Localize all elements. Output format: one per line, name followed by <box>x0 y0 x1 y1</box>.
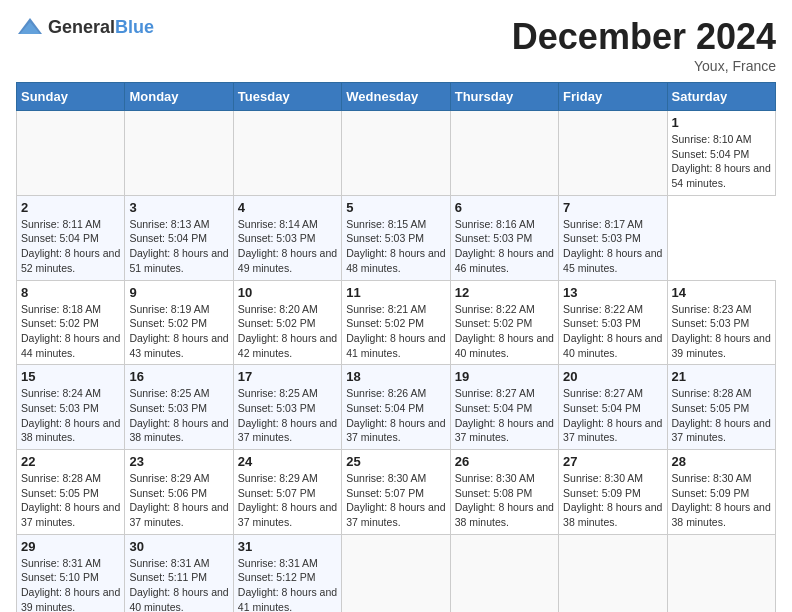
calendar-day-cell <box>667 534 775 612</box>
day-number: 5 <box>346 200 445 215</box>
calendar-day-cell: 17Sunrise: 8:25 AMSunset: 5:03 PMDayligh… <box>233 365 341 450</box>
page-header: GeneralBlue December 2024 Youx, France <box>16 16 776 74</box>
day-info: Sunrise: 8:22 AMSunset: 5:02 PMDaylight:… <box>455 302 554 361</box>
day-info: Sunrise: 8:31 AMSunset: 5:10 PMDaylight:… <box>21 556 120 612</box>
calendar-day-cell: 3Sunrise: 8:13 AMSunset: 5:04 PMDaylight… <box>125 195 233 280</box>
col-monday: Monday <box>125 83 233 111</box>
calendar-day-cell: 9Sunrise: 8:19 AMSunset: 5:02 PMDaylight… <box>125 280 233 365</box>
location-subtitle: Youx, France <box>512 58 776 74</box>
day-info: Sunrise: 8:20 AMSunset: 5:02 PMDaylight:… <box>238 302 337 361</box>
calendar-day-cell: 12Sunrise: 8:22 AMSunset: 5:02 PMDayligh… <box>450 280 558 365</box>
day-number: 11 <box>346 285 445 300</box>
day-number: 9 <box>129 285 228 300</box>
day-info: Sunrise: 8:11 AMSunset: 5:04 PMDaylight:… <box>21 217 120 276</box>
day-info: Sunrise: 8:15 AMSunset: 5:03 PMDaylight:… <box>346 217 445 276</box>
day-number: 23 <box>129 454 228 469</box>
calendar-week-row: 22Sunrise: 8:28 AMSunset: 5:05 PMDayligh… <box>17 450 776 535</box>
day-info: Sunrise: 8:30 AMSunset: 5:07 PMDaylight:… <box>346 471 445 530</box>
day-number: 8 <box>21 285 120 300</box>
day-number: 29 <box>21 539 120 554</box>
day-info: Sunrise: 8:30 AMSunset: 5:09 PMDaylight:… <box>563 471 662 530</box>
col-tuesday: Tuesday <box>233 83 341 111</box>
day-info: Sunrise: 8:26 AMSunset: 5:04 PMDaylight:… <box>346 386 445 445</box>
calendar-day-cell <box>450 111 558 196</box>
calendar-day-cell <box>17 111 125 196</box>
col-thursday: Thursday <box>450 83 558 111</box>
day-number: 4 <box>238 200 337 215</box>
day-info: Sunrise: 8:27 AMSunset: 5:04 PMDaylight:… <box>563 386 662 445</box>
header-row: Sunday Monday Tuesday Wednesday Thursday… <box>17 83 776 111</box>
calendar-day-cell: 30Sunrise: 8:31 AMSunset: 5:11 PMDayligh… <box>125 534 233 612</box>
day-info: Sunrise: 8:27 AMSunset: 5:04 PMDaylight:… <box>455 386 554 445</box>
calendar-day-cell: 20Sunrise: 8:27 AMSunset: 5:04 PMDayligh… <box>559 365 667 450</box>
day-info: Sunrise: 8:14 AMSunset: 5:03 PMDaylight:… <box>238 217 337 276</box>
calendar-day-cell: 21Sunrise: 8:28 AMSunset: 5:05 PMDayligh… <box>667 365 775 450</box>
logo: GeneralBlue <box>16 16 154 38</box>
day-info: Sunrise: 8:23 AMSunset: 5:03 PMDaylight:… <box>672 302 771 361</box>
day-info: Sunrise: 8:28 AMSunset: 5:05 PMDaylight:… <box>672 386 771 445</box>
calendar-day-cell: 28Sunrise: 8:30 AMSunset: 5:09 PMDayligh… <box>667 450 775 535</box>
day-number: 31 <box>238 539 337 554</box>
calendar-week-row: 29Sunrise: 8:31 AMSunset: 5:10 PMDayligh… <box>17 534 776 612</box>
col-friday: Friday <box>559 83 667 111</box>
day-info: Sunrise: 8:24 AMSunset: 5:03 PMDaylight:… <box>21 386 120 445</box>
col-wednesday: Wednesday <box>342 83 450 111</box>
calendar-week-row: 1Sunrise: 8:10 AMSunset: 5:04 PMDaylight… <box>17 111 776 196</box>
calendar-day-cell <box>559 111 667 196</box>
calendar-day-cell: 25Sunrise: 8:30 AMSunset: 5:07 PMDayligh… <box>342 450 450 535</box>
day-number: 1 <box>672 115 771 130</box>
day-info: Sunrise: 8:25 AMSunset: 5:03 PMDaylight:… <box>238 386 337 445</box>
calendar-day-cell: 14Sunrise: 8:23 AMSunset: 5:03 PMDayligh… <box>667 280 775 365</box>
day-number: 18 <box>346 369 445 384</box>
day-info: Sunrise: 8:10 AMSunset: 5:04 PMDaylight:… <box>672 132 771 191</box>
calendar-day-cell: 11Sunrise: 8:21 AMSunset: 5:02 PMDayligh… <box>342 280 450 365</box>
calendar-day-cell: 1Sunrise: 8:10 AMSunset: 5:04 PMDaylight… <box>667 111 775 196</box>
day-info: Sunrise: 8:30 AMSunset: 5:09 PMDaylight:… <box>672 471 771 530</box>
day-number: 17 <box>238 369 337 384</box>
calendar-day-cell: 10Sunrise: 8:20 AMSunset: 5:02 PMDayligh… <box>233 280 341 365</box>
calendar-day-cell: 26Sunrise: 8:30 AMSunset: 5:08 PMDayligh… <box>450 450 558 535</box>
day-number: 16 <box>129 369 228 384</box>
calendar-day-cell: 31Sunrise: 8:31 AMSunset: 5:12 PMDayligh… <box>233 534 341 612</box>
day-info: Sunrise: 8:22 AMSunset: 5:03 PMDaylight:… <box>563 302 662 361</box>
day-info: Sunrise: 8:19 AMSunset: 5:02 PMDaylight:… <box>129 302 228 361</box>
calendar-day-cell <box>450 534 558 612</box>
day-info: Sunrise: 8:25 AMSunset: 5:03 PMDaylight:… <box>129 386 228 445</box>
logo-icon <box>16 16 44 38</box>
day-info: Sunrise: 8:16 AMSunset: 5:03 PMDaylight:… <box>455 217 554 276</box>
calendar-day-cell: 15Sunrise: 8:24 AMSunset: 5:03 PMDayligh… <box>17 365 125 450</box>
calendar-week-row: 2Sunrise: 8:11 AMSunset: 5:04 PMDaylight… <box>17 195 776 280</box>
calendar-day-cell: 23Sunrise: 8:29 AMSunset: 5:06 PMDayligh… <box>125 450 233 535</box>
day-number: 26 <box>455 454 554 469</box>
calendar-day-cell: 29Sunrise: 8:31 AMSunset: 5:10 PMDayligh… <box>17 534 125 612</box>
day-number: 22 <box>21 454 120 469</box>
day-info: Sunrise: 8:28 AMSunset: 5:05 PMDaylight:… <box>21 471 120 530</box>
calendar-day-cell: 13Sunrise: 8:22 AMSunset: 5:03 PMDayligh… <box>559 280 667 365</box>
calendar-day-cell: 8Sunrise: 8:18 AMSunset: 5:02 PMDaylight… <box>17 280 125 365</box>
calendar-day-cell <box>559 534 667 612</box>
day-info: Sunrise: 8:29 AMSunset: 5:06 PMDaylight:… <box>129 471 228 530</box>
day-info: Sunrise: 8:29 AMSunset: 5:07 PMDaylight:… <box>238 471 337 530</box>
calendar-day-cell: 27Sunrise: 8:30 AMSunset: 5:09 PMDayligh… <box>559 450 667 535</box>
title-block: December 2024 Youx, France <box>512 16 776 74</box>
day-number: 19 <box>455 369 554 384</box>
calendar-day-cell: 2Sunrise: 8:11 AMSunset: 5:04 PMDaylight… <box>17 195 125 280</box>
day-number: 6 <box>455 200 554 215</box>
calendar-day-cell <box>125 111 233 196</box>
day-number: 10 <box>238 285 337 300</box>
day-number: 30 <box>129 539 228 554</box>
calendar-day-cell: 22Sunrise: 8:28 AMSunset: 5:05 PMDayligh… <box>17 450 125 535</box>
month-title: December 2024 <box>512 16 776 58</box>
logo-general-text: General <box>48 17 115 37</box>
day-number: 13 <box>563 285 662 300</box>
day-number: 20 <box>563 369 662 384</box>
calendar-day-cell: 18Sunrise: 8:26 AMSunset: 5:04 PMDayligh… <box>342 365 450 450</box>
day-info: Sunrise: 8:13 AMSunset: 5:04 PMDaylight:… <box>129 217 228 276</box>
day-info: Sunrise: 8:17 AMSunset: 5:03 PMDaylight:… <box>563 217 662 276</box>
calendar-day-cell: 7Sunrise: 8:17 AMSunset: 5:03 PMDaylight… <box>559 195 667 280</box>
day-number: 14 <box>672 285 771 300</box>
col-saturday: Saturday <box>667 83 775 111</box>
day-number: 15 <box>21 369 120 384</box>
calendar-day-cell: 5Sunrise: 8:15 AMSunset: 5:03 PMDaylight… <box>342 195 450 280</box>
calendar-day-cell <box>342 111 450 196</box>
